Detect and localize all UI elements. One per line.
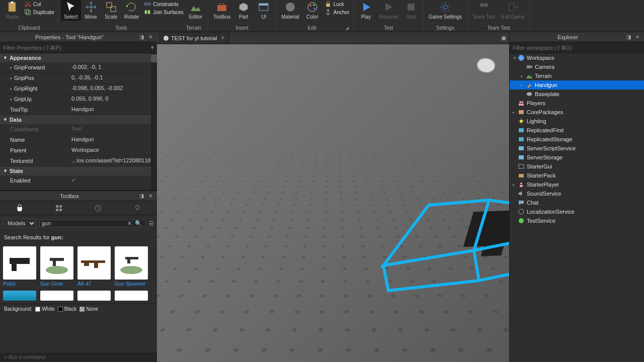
anchor-icon [325,9,332,16]
tree-startergui[interactable]: StarterGui [510,162,644,171]
select-button[interactable]: Select [61,0,81,21]
anchor-button[interactable]: Anchor [323,8,352,16]
tree-lighting[interactable]: Lighting [510,117,644,126]
bg-option-white[interactable]: White [35,306,55,312]
toolbox-search-clear[interactable]: ✕ [126,220,133,227]
viewport-3d[interactable]: ✥ [157,44,509,362]
prop-gripforward[interactable]: ▸GripForward-0.002, -0, 1 [0,62,157,73]
bg-option-none[interactable]: None [79,306,98,312]
properties-scrollbar[interactable] [151,53,157,190]
prop-gripup[interactable]: ▸GripUp0.055, 0.998, 0 [0,94,157,105]
testservice-icon [518,217,525,224]
toolbox-tab-recent[interactable] [83,204,113,212]
toolbox-search-input[interactable] [42,220,126,226]
play-button[interactable]: Play [356,0,376,21]
tree-serverstorage[interactable]: ServerStorage [510,153,644,162]
tree-corepackages[interactable]: ▸CorePackages [510,108,644,117]
tree-camera[interactable]: Camera [510,62,644,71]
tree-players[interactable]: Players [510,99,644,108]
toolbox-category-select[interactable]: Models [3,218,36,228]
tab-close-button[interactable]: ✕ [220,35,225,41]
prop-textureid[interactable]: TextureId…lox.com/asset/?id=122080118 [0,156,157,166]
toolbox-popout-button[interactable]: ◨ [138,193,145,200]
tree-workspace[interactable]: ▼Workspace [510,53,644,62]
command-bar[interactable]: > Run a command [0,353,157,362]
part-button[interactable]: Part [233,0,254,21]
lock-button[interactable]: Lock [323,0,352,8]
prop-tooltip[interactable]: ToolTipHandgun [0,105,157,115]
selection-box [373,190,509,301]
explorer-popout-button[interactable]: ◨ [625,34,632,41]
section-appearance[interactable]: ▼Appearance [0,53,157,62]
toolbox-button[interactable]: Toolbox [210,0,233,21]
exit-icon [507,1,519,13]
svg-rect-0 [9,3,16,12]
scale-button[interactable]: Scale [101,0,121,21]
toolbox-item-ak47[interactable]: AK-47 [77,246,111,287]
tree-starterpack[interactable]: StarterPack [510,171,644,180]
color-button[interactable]: Color [302,0,323,21]
play-icon [360,1,372,13]
explorer-filter-input[interactable] [513,45,641,51]
ui-button[interactable]: UI [254,0,274,21]
toolbox-item-pistol[interactable]: Pistol [3,246,36,287]
toolbox-item-partial-1[interactable] [3,291,36,301]
tree-soundservice[interactable]: SoundService [510,189,644,198]
move-button[interactable]: Move [81,0,101,21]
tree-localizationservice[interactable]: LocalizationService [510,207,644,216]
toolbox-item-gungiver[interactable]: Gun Giver [40,246,73,287]
section-state[interactable]: ▼State [0,166,157,175]
viewport-maximize-button[interactable]: ▣ [498,35,509,41]
exit-game-button: Exit Game [498,0,528,21]
properties-filter-dropdown[interactable]: ▾ [151,44,154,51]
svg-rect-60 [520,185,523,187]
tree-handgun[interactable]: ▸Handgun [510,80,644,89]
editor-button[interactable]: Editor [186,0,206,21]
scale-icon [105,1,117,13]
tree-replicatedfirst[interactable]: ReplicatedFirst [510,126,644,135]
game-settings-button[interactable]: Game Settings [426,0,465,21]
properties-close-button[interactable]: ✕ [147,34,154,41]
tree-baseplate[interactable]: Baseplate [510,89,644,99]
toolbox-tab-inventory[interactable] [44,204,74,212]
svg-rect-51 [519,110,524,114]
constraints-button[interactable]: Constraints [142,0,186,8]
tree-terrain[interactable]: ▸Terrain [510,71,644,80]
prop-enabled[interactable]: Enabled✓ [0,175,157,186]
prop-gripright[interactable]: ▸GripRight-0.998, 0.055, -0.002 [0,83,157,94]
duplicate-button[interactable]: Duplicate [22,8,56,16]
svg-point-34 [46,266,68,274]
toolbox-tab-creations[interactable] [122,204,152,212]
toolbox-item-partial-3[interactable] [77,291,111,301]
explorer-close-button[interactable]: ✕ [634,34,641,41]
material-button[interactable]: Material [278,0,302,21]
rotate-button[interactable]: Rotate [121,0,142,21]
view-gizmo[interactable] [472,53,500,81]
toolbox-tab-marketplace[interactable] [5,204,35,212]
toolbox-item-partial-2[interactable] [40,291,73,301]
svg-rect-32 [10,258,30,264]
prop-parent[interactable]: ParentWorkspace [0,145,157,156]
section-data[interactable]: ▼Data [0,115,157,124]
tree-testservice[interactable]: TestService [510,216,644,225]
properties-filter-input[interactable] [3,45,151,51]
toolbox-item-partial-4[interactable] [115,291,148,301]
tree-starterplayer[interactable]: ▸StarterPlayer [510,180,644,189]
properties-popout-button[interactable]: ◨ [138,34,145,41]
document-tab[interactable]: TEST for yt tutorial ✕ [159,32,229,44]
bg-option-black[interactable]: Black [58,306,76,312]
cut-button[interactable]: Cut [22,0,56,8]
group-label-insert: Insert [210,24,274,32]
toolbox-search-submit[interactable]: 🔍 [133,220,143,227]
prop-grippos[interactable]: ▸GripPos0, -0.35, -0.1 [0,73,157,83]
join-surfaces-button[interactable]: Join Surfaces [142,8,186,16]
tree-chat[interactable]: Chat [510,198,644,207]
toolbox-close-button[interactable]: ✕ [147,193,154,200]
toolbox-filter-button[interactable]: ☰ [149,220,154,227]
prop-name[interactable]: NameHandgun [0,135,157,145]
tree-serverscriptservice[interactable]: ServerScriptService [510,144,644,153]
tree-replicatedstorage[interactable]: ReplicatedStorage [510,135,644,144]
serverscript-icon [518,145,525,152]
edit-expand-corner[interactable]: ◢ [346,26,351,31]
toolbox-item-gunspawner[interactable]: Gun Spawner [115,246,148,287]
